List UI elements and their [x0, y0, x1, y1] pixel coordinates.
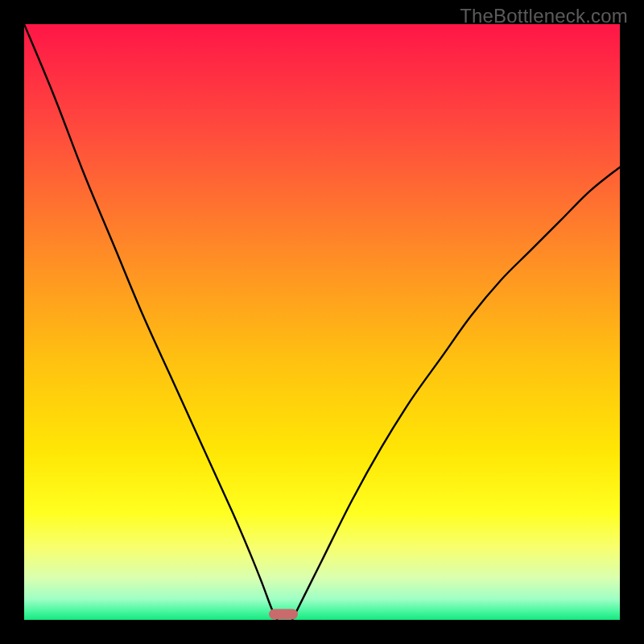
plot-area — [24, 24, 620, 620]
curve-left-branch — [24, 24, 278, 620]
curve-right-branch — [292, 167, 620, 620]
outer-frame: TheBottleneck.com — [0, 0, 644, 644]
bottleneck-curve — [24, 24, 620, 620]
optimal-marker — [269, 609, 298, 619]
